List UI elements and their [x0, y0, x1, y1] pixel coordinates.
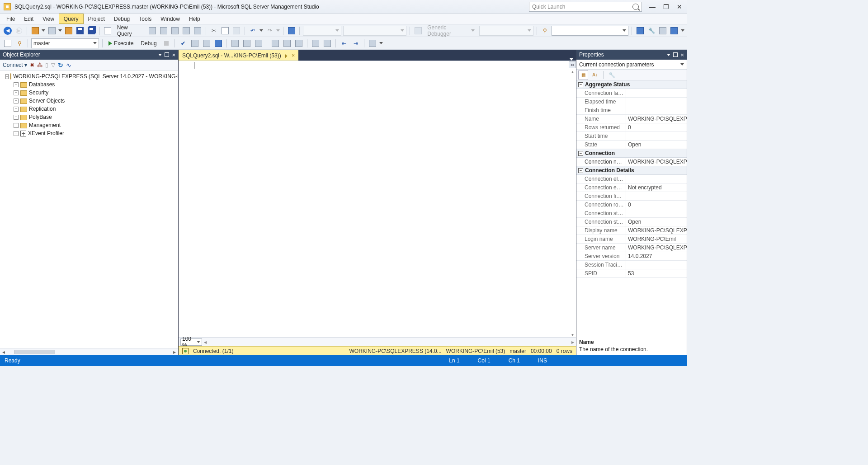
- collapse-icon[interactable]: −: [5, 74, 9, 79]
- property-row[interactable]: Start time: [576, 132, 687, 141]
- property-category[interactable]: −Connection: [576, 149, 687, 158]
- open-file-dropdown-icon[interactable]: [58, 29, 62, 32]
- paste-button[interactable]: [232, 26, 241, 36]
- property-row[interactable]: Display nameWORKING-PC\SQLEXPR: [576, 226, 687, 235]
- find-dropdown[interactable]: [552, 26, 628, 36]
- property-row[interactable]: Connection stateOpen: [576, 218, 687, 226]
- nav-back-button[interactable]: ◀: [3, 26, 12, 36]
- redo-dropdown-icon[interactable]: [276, 29, 280, 32]
- collapse-icon[interactable]: −: [578, 168, 583, 173]
- quick-launch-input[interactable]: Quick Launch: [529, 2, 642, 12]
- properties-header[interactable]: Properties ×: [576, 50, 687, 60]
- estimated-plan-button[interactable]: [190, 38, 200, 48]
- tree-node[interactable]: +Management: [1, 121, 177, 129]
- tab-close-icon[interactable]: ×: [292, 52, 295, 59]
- object-explorer-hscroll[interactable]: ◂▸: [0, 348, 178, 355]
- expand-icon[interactable]: +: [14, 131, 19, 136]
- property-row[interactable]: Connection encrypNot encrypted: [576, 183, 687, 192]
- new-project-button[interactable]: [30, 26, 40, 36]
- toolbar-overflow-icon[interactable]: [681, 29, 684, 32]
- property-row[interactable]: Connection elapsed: [576, 175, 687, 183]
- maximize-button[interactable]: ❐: [662, 4, 670, 10]
- tree-node[interactable]: +Server Objects: [1, 97, 177, 105]
- minimize-button[interactable]: —: [648, 4, 656, 10]
- undo-button[interactable]: ↶: [248, 26, 258, 36]
- collapse-icon[interactable]: −: [578, 151, 583, 156]
- menu-edit[interactable]: Edit: [19, 14, 38, 24]
- tab-pin-icon[interactable]: ⏵: [284, 53, 289, 58]
- results-to-file-button[interactable]: [294, 38, 304, 48]
- expand-icon[interactable]: +: [14, 99, 19, 103]
- registered-servers-button[interactable]: [635, 26, 645, 36]
- save-all-button[interactable]: [87, 26, 96, 36]
- property-row[interactable]: Connection finish t: [576, 192, 687, 201]
- scroll-down-icon[interactable]: ▾: [569, 332, 576, 337]
- wrench-button[interactable]: 🔧: [647, 26, 656, 36]
- property-row[interactable]: Connection failures: [576, 89, 687, 98]
- template-explorer-button[interactable]: [658, 26, 668, 36]
- property-row[interactable]: Server version14.0.2027: [576, 252, 687, 261]
- property-row[interactable]: StateOpen: [576, 141, 687, 149]
- zoom-arrow-left-icon[interactable]: ◂: [204, 339, 207, 345]
- tree-node[interactable]: +Databases: [1, 80, 177, 89]
- copy-button[interactable]: [221, 26, 230, 36]
- client-stats-button[interactable]: [254, 38, 264, 48]
- refresh-icon[interactable]: ↻: [58, 61, 63, 69]
- tree-node[interactable]: +Security: [1, 89, 177, 97]
- property-category[interactable]: −Connection Details: [576, 166, 687, 175]
- tree-node[interactable]: +PolyBase: [1, 113, 177, 121]
- tree-root[interactable]: − WORKING-PC\SQLEXPRESS (SQL Server 14.0…: [1, 72, 177, 80]
- properties-grid[interactable]: −Aggregate StatusConnection failuresElap…: [576, 80, 687, 336]
- menu-project[interactable]: Project: [84, 14, 109, 24]
- results-to-grid-button[interactable]: [282, 38, 292, 48]
- split-handle-icon[interactable]: ⇔: [569, 61, 576, 68]
- intellisense-button[interactable]: [213, 38, 223, 48]
- change-connection-button[interactable]: [3, 38, 13, 48]
- close-button[interactable]: ✕: [675, 4, 684, 10]
- categorized-view-button[interactable]: ▦: [578, 70, 588, 80]
- alphabetical-view-button[interactable]: A↓: [590, 70, 600, 80]
- disconnect-all-icon[interactable]: ⁂: [37, 62, 42, 68]
- disconnect-icon[interactable]: ✖: [30, 62, 34, 68]
- xmla-query-button[interactable]: [181, 26, 191, 36]
- redo-button[interactable]: ↷: [265, 26, 274, 36]
- expand-icon[interactable]: +: [14, 107, 19, 112]
- property-category[interactable]: −Aggregate Status: [576, 80, 687, 89]
- expand-icon[interactable]: +: [14, 115, 19, 120]
- activity-monitor-button[interactable]: [670, 26, 679, 36]
- pin-icon[interactable]: [165, 52, 169, 57]
- editor-body[interactable]: [191, 61, 576, 337]
- pin-icon[interactable]: [673, 52, 678, 57]
- tree-node[interactable]: +XEvent Profiler: [1, 129, 177, 137]
- database-dropdown[interactable]: master: [31, 38, 99, 48]
- zoom-arrow-right-icon[interactable]: ▸: [571, 339, 574, 345]
- uncomment-button[interactable]: [322, 38, 332, 48]
- new-query-button[interactable]: New Query: [114, 24, 146, 37]
- property-row[interactable]: Rows returned0: [576, 123, 687, 132]
- find-button[interactable]: ⚲: [540, 26, 550, 36]
- property-row[interactable]: Elapsed time: [576, 98, 687, 106]
- execute-button[interactable]: Execute: [106, 40, 136, 47]
- mdx-query-button[interactable]: [159, 26, 168, 36]
- menu-view[interactable]: View: [38, 14, 59, 24]
- comment-button[interactable]: [311, 38, 321, 48]
- activity-icon[interactable]: ∿: [66, 61, 71, 69]
- new-query-icon[interactable]: [103, 26, 113, 36]
- close-icon[interactable]: ×: [680, 52, 684, 58]
- query-options-button[interactable]: [202, 38, 212, 48]
- panel-options-icon[interactable]: [158, 54, 162, 56]
- property-row[interactable]: Session Tracing ID: [576, 261, 687, 269]
- specify-values-button[interactable]: [368, 38, 377, 48]
- engine-query-button[interactable]: [147, 26, 157, 36]
- connect-button[interactable]: Connect ▾: [3, 62, 27, 68]
- decrease-indent-button[interactable]: ⇤: [339, 38, 349, 48]
- object-explorer-header[interactable]: Object Explorer ×: [0, 50, 178, 60]
- expand-icon[interactable]: +: [14, 90, 19, 95]
- solution-platform-dropdown[interactable]: [343, 26, 406, 36]
- analysis-query-button[interactable]: [193, 26, 203, 36]
- properties-window-button[interactable]: [287, 26, 296, 36]
- dmx-query-button[interactable]: [170, 26, 179, 36]
- property-pages-button[interactable]: 🔧: [607, 70, 617, 80]
- stop-icon[interactable]: ▯: [45, 62, 48, 68]
- sql-toolbar-overflow-icon[interactable]: [379, 42, 383, 44]
